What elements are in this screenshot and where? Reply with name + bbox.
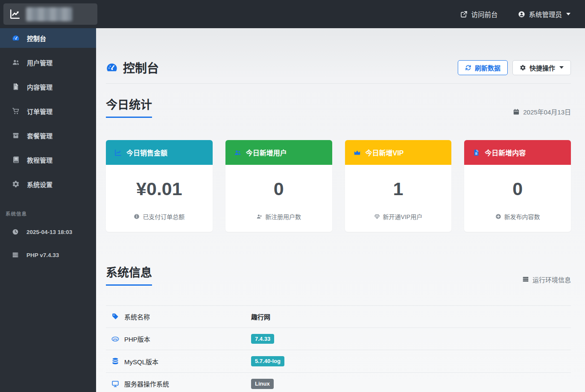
stat-card-footer-label: 新注册用户数: [265, 212, 301, 221]
plus-circle-icon: [495, 214, 501, 219]
stat-card-value: 0: [468, 178, 567, 201]
row-label: 系统名称: [106, 312, 251, 321]
sidebar-info-heading: 系统信息: [0, 210, 96, 217]
cart-icon: [12, 107, 20, 115]
stat-card-sales: 今日销售金额 ¥0.01 已支付订单总额: [106, 140, 213, 232]
stat-card-footer-label: 已支付订单总额: [143, 212, 184, 221]
sidebar-item-label: 教程管理: [27, 155, 53, 164]
tachometer-icon: [106, 61, 118, 73]
stat-card-body: 0 新发布内容数: [464, 165, 571, 232]
row-label-text: 系统名称: [124, 312, 150, 321]
sidebar-menu: 控制台 用户管理 内容管理 订单管理 套餐管理 教程管理 系统设置: [0, 28, 96, 194]
stat-card-header-label: 今日销售金额: [126, 147, 167, 158]
stat-card-value: 0: [229, 178, 329, 201]
sidebar: 控制台 用户管理 内容管理 订单管理 套餐管理 教程管理 系统设置 系统信息 2: [0, 28, 96, 392]
today-stats-title: 今日统计: [106, 96, 152, 118]
server-icon: [12, 252, 19, 258]
caret-down-icon: [559, 66, 564, 69]
calendar-icon: [513, 108, 520, 115]
info-circle-icon: [134, 214, 140, 219]
header-divider: [106, 83, 571, 84]
php-version-badge: 7.4.33: [251, 334, 274, 344]
row-label-text: PHP版本: [124, 334, 150, 343]
book-icon: [12, 156, 20, 164]
admin-dropdown[interactable]: 系统管理员: [518, 9, 570, 19]
box-icon: [12, 132, 20, 139]
page-header: 控制台 刷新数据 快捷操作: [106, 59, 571, 76]
tachometer-icon: [12, 34, 20, 42]
table-row-system-name: 系统名称 趣行网: [106, 305, 571, 328]
crown-icon: [354, 149, 361, 156]
stat-card-body: 0 新注册用户数: [225, 165, 332, 232]
stat-card-new-vip: 今日新增VIP 1 新开通VIP用户: [345, 140, 452, 232]
gem-icon: [374, 214, 380, 219]
server-time-value: 2025-04-13 18:03: [26, 229, 72, 235]
user-plus-icon: [256, 214, 262, 219]
admin-label: 系统管理员: [529, 9, 562, 19]
refresh-data-button[interactable]: 刷新数据: [458, 60, 508, 75]
mysql-version-badge: 5.7.40-log: [251, 356, 284, 366]
clock-icon: [12, 228, 19, 235]
env-info-label: 运行环境信息: [532, 275, 571, 284]
brand-name-redacted: [26, 7, 72, 21]
sidebar-item-label: 套餐管理: [27, 131, 53, 140]
stat-card-footer-label: 新开通VIP用户: [383, 212, 423, 221]
navbar-actions: 访问前台 系统管理员: [460, 9, 585, 19]
file-icon: [473, 149, 480, 156]
php-version-value: PHP v7.4.33: [26, 252, 59, 258]
sidebar-item-settings[interactable]: 系统设置: [0, 174, 96, 194]
database-icon: [111, 357, 119, 365]
file-icon: [12, 83, 20, 91]
stat-card-value: ¥0.01: [109, 178, 209, 201]
gear-icon: [520, 64, 526, 71]
tag-icon: [111, 313, 119, 320]
system-info-table: 系统名称 趣行网 PHP版本 7.4.33 MySQL版本 5.7.40-log: [106, 305, 571, 392]
top-navbar: 访问前台 系统管理员: [0, 0, 585, 28]
stat-card-header: 今日新增内容: [464, 140, 571, 165]
external-link-icon: [460, 11, 468, 18]
desktop-icon: [111, 380, 119, 388]
brand-logo[interactable]: [3, 3, 97, 25]
quick-actions-label: 快捷操作: [529, 63, 555, 72]
row-label-text: 服务器操作系统: [124, 379, 169, 388]
table-row-server-os: 服务器操作系统 Linux: [106, 372, 571, 392]
stat-card-header: 今日销售金额: [106, 140, 213, 165]
today-stats-header: 今日统计 2025年04月13日: [106, 96, 571, 118]
sidebar-item-label: 控制台: [27, 34, 46, 43]
sidebar-item-users[interactable]: 用户管理: [0, 53, 96, 72]
visit-frontend-link[interactable]: 访问前台: [460, 9, 497, 19]
server-os-badge: Linux: [251, 379, 274, 389]
sidebar-item-label: 内容管理: [27, 82, 53, 91]
table-row-php-version: PHP版本 7.4.33: [106, 328, 571, 350]
stat-card-header-label: 今日新增VIP: [366, 147, 404, 158]
row-label: MySQL版本: [106, 357, 251, 366]
system-info-header: 系统信息 运行环境信息: [106, 263, 571, 286]
sync-icon: [465, 64, 471, 71]
quick-actions-button[interactable]: 快捷操作: [512, 60, 571, 75]
stat-card-body: 1 新开通VIP用户: [345, 165, 452, 232]
header-actions: 刷新数据 快捷操作: [458, 60, 571, 75]
sidebar-item-tutorials[interactable]: 教程管理: [0, 150, 96, 170]
user-circle-icon: [518, 11, 525, 18]
sidebar-item-packages[interactable]: 套餐管理: [0, 126, 96, 145]
chart-line-icon: [114, 149, 122, 156]
server-icon: [522, 276, 529, 283]
page-title-text: 控制台: [123, 59, 159, 76]
row-label-text: MySQL版本: [124, 357, 158, 366]
stat-card-new-users: 今日新增用户 0 新注册用户数: [225, 140, 332, 232]
sidebar-item-label: 系统设置: [27, 180, 53, 189]
sidebar-item-content[interactable]: 内容管理: [0, 77, 96, 97]
caret-down-icon: [566, 13, 570, 15]
stat-card-value: 1: [348, 178, 448, 201]
row-label: PHP版本: [106, 334, 251, 343]
sidebar-item-label: 用户管理: [27, 58, 53, 67]
sidebar-item-dashboard[interactable]: 控制台: [0, 28, 96, 48]
stat-card-footer-label: 新发布内容数: [504, 212, 540, 221]
sidebar-item-orders[interactable]: 订单管理: [0, 101, 96, 121]
php-icon: [111, 335, 119, 343]
sidebar-server-time: 2025-04-13 18:03: [0, 220, 96, 243]
row-value: 7.4.33: [251, 334, 274, 344]
env-info-label-wrap: 运行环境信息: [522, 275, 571, 286]
refresh-data-label: 刷新数据: [475, 63, 500, 72]
stat-card-header: 今日新增用户: [225, 140, 332, 165]
